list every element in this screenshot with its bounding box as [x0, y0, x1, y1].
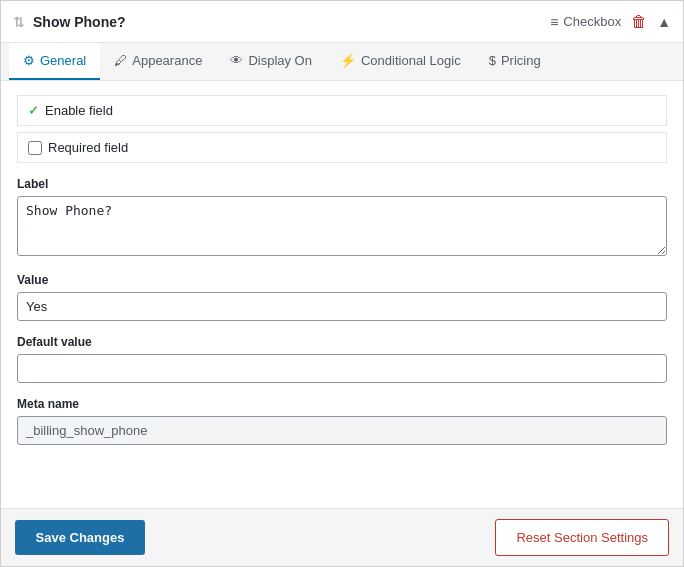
label-field-input[interactable]: Show Phone? — [17, 196, 667, 256]
tab-display-on-label: Display On — [248, 53, 312, 68]
tab-pricing-label: Pricing — [501, 53, 541, 68]
value-field-label: Value — [17, 273, 667, 287]
eye-icon: 👁 — [230, 53, 243, 68]
reset-section-settings-button[interactable]: Reset Section Settings — [495, 519, 669, 556]
checkbox-list-icon: ≡ — [550, 14, 558, 30]
value-field-input[interactable] — [17, 292, 667, 321]
enable-field-label: Enable field — [45, 103, 113, 118]
save-changes-button[interactable]: Save Changes — [15, 520, 145, 555]
tab-conditional-logic[interactable]: ⚡ Conditional Logic — [326, 43, 475, 80]
meta-name-field-label: Meta name — [17, 397, 667, 411]
drag-handle-icon[interactable]: ⇅ — [13, 14, 25, 30]
required-field-label: Required field — [48, 140, 128, 155]
label-field-label: Label — [17, 177, 667, 191]
field-title: Show Phone? — [33, 14, 126, 30]
tab-pricing[interactable]: $ Pricing — [475, 43, 555, 80]
value-field-group: Value — [17, 273, 667, 321]
required-field-checkbox[interactable] — [28, 141, 42, 155]
default-value-field-label: Default value — [17, 335, 667, 349]
tab-appearance[interactable]: 🖊 Appearance — [100, 43, 216, 80]
tab-bar: ⚙ General 🖊 Appearance 👁 Display On ⚡ Co… — [1, 43, 683, 81]
panel-footer: Save Changes Reset Section Settings — [1, 508, 683, 566]
field-type-label: Checkbox — [563, 14, 621, 29]
brush-icon: 🖊 — [114, 53, 127, 68]
panel-content: ✓ Enable field Required field Label Show… — [1, 81, 683, 508]
label-field-group: Label Show Phone? — [17, 177, 667, 259]
enable-checkmark-icon: ✓ — [28, 103, 39, 118]
tab-display-on[interactable]: 👁 Display On — [216, 43, 326, 80]
dollar-icon: $ — [489, 53, 496, 68]
meta-name-field-input[interactable] — [17, 416, 667, 445]
gear-icon: ⚙ — [23, 53, 35, 68]
field-editor-panel: ⇅ Show Phone? ≡ Checkbox 🗑 ▲ ⚙ General 🖊… — [0, 0, 684, 567]
default-value-field-group: Default value — [17, 335, 667, 383]
header-left: ⇅ Show Phone? — [13, 14, 126, 30]
tab-general-label: General — [40, 53, 86, 68]
header-right: ≡ Checkbox 🗑 ▲ — [550, 13, 671, 31]
tab-appearance-label: Appearance — [132, 53, 202, 68]
panel-header: ⇅ Show Phone? ≡ Checkbox 🗑 ▲ — [1, 1, 683, 43]
field-type-indicator: ≡ Checkbox — [550, 14, 621, 30]
tab-general[interactable]: ⚙ General — [9, 43, 100, 80]
collapse-panel-icon[interactable]: ▲ — [657, 14, 671, 30]
meta-name-field-group: Meta name — [17, 397, 667, 445]
tab-conditional-logic-label: Conditional Logic — [361, 53, 461, 68]
lightning-icon: ⚡ — [340, 53, 356, 68]
required-field-row: Required field — [17, 132, 667, 163]
default-value-field-input[interactable] — [17, 354, 667, 383]
enable-field-row: ✓ Enable field — [17, 95, 667, 126]
delete-field-icon[interactable]: 🗑 — [631, 13, 647, 31]
